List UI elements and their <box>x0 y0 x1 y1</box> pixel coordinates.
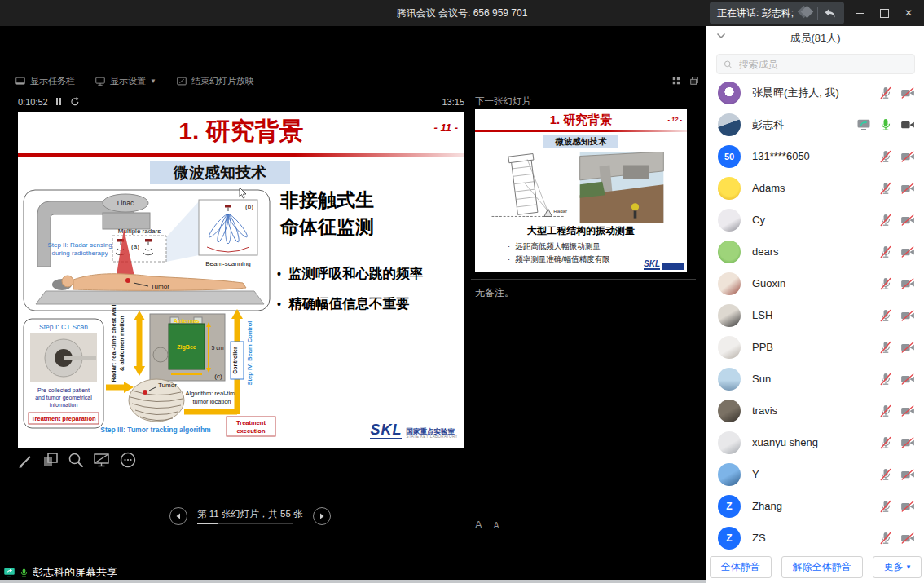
microphone-muted-icon[interactable] <box>878 276 893 291</box>
microphone-muted-icon[interactable] <box>878 404 893 418</box>
display-settings-button[interactable]: 显示设置 ▼ <box>95 75 156 87</box>
screen-share-banner: 彭志科的屏幕共享 <box>3 565 117 580</box>
camera-off-icon[interactable] <box>900 499 915 514</box>
member-name: ZS <box>752 532 878 544</box>
camera-off-icon[interactable] <box>900 213 915 227</box>
restart-timer-button[interactable] <box>69 96 80 107</box>
avatar <box>718 209 741 232</box>
headline-line1: 非接触式生 <box>280 187 374 214</box>
microphone-muted-icon[interactable] <box>878 467 893 482</box>
camera-off-icon[interactable] <box>900 276 915 291</box>
close-button[interactable]: ✕ <box>896 0 921 26</box>
avatar-text: Z <box>726 532 732 544</box>
microphone-muted-icon[interactable] <box>878 308 893 323</box>
previous-slide-button[interactable] <box>169 507 187 525</box>
microphone-muted-icon[interactable] <box>878 499 893 514</box>
member-row[interactable]: 50 131****6050 <box>706 140 924 172</box>
member-row[interactable]: dears <box>706 236 924 267</box>
camera-off-icon[interactable] <box>900 372 915 386</box>
restore-layout-icon[interactable] <box>689 76 699 86</box>
skl-name-en: STATE KEY LABORATORY <box>406 435 458 439</box>
more-button[interactable]: 更多 ▾ <box>873 556 922 578</box>
camera-off-icon[interactable] <box>900 181 915 196</box>
annotation-toolbar <box>16 451 137 469</box>
camera-on-icon[interactable] <box>900 117 915 132</box>
camera-off-icon[interactable] <box>900 245 915 259</box>
avatar <box>718 82 741 104</box>
camera-off-icon[interactable] <box>900 435 915 450</box>
member-row[interactable]: Z Zhang <box>706 490 924 522</box>
microphone-muted-icon[interactable] <box>878 149 893 164</box>
next-slide-button[interactable] <box>313 507 331 525</box>
end-slideshow-button[interactable]: 结束幻灯片放映 <box>176 75 254 87</box>
pre-label-3: information <box>50 402 78 408</box>
step1-label: Step I: CT Scan <box>39 323 88 331</box>
avatar <box>718 431 741 454</box>
member-row[interactable]: travis <box>706 395 924 426</box>
minimize-button[interactable] <box>847 0 872 26</box>
more-options-button[interactable] <box>119 451 137 469</box>
search-input[interactable] <box>737 58 909 71</box>
camera-off-icon[interactable] <box>900 467 915 482</box>
pen-tool-button[interactable] <box>16 451 34 469</box>
microphone-muted-icon[interactable] <box>878 181 893 196</box>
divider <box>817 7 818 20</box>
zoom-slide-button[interactable] <box>67 451 85 469</box>
microphone-muted-icon[interactable] <box>878 531 893 545</box>
notes-divider <box>471 279 696 280</box>
camera-off-icon[interactable] <box>900 308 915 323</box>
member-row[interactable]: Guoxin <box>706 267 924 299</box>
camera-off-icon[interactable] <box>900 86 915 100</box>
avatar: Z <box>718 527 741 550</box>
black-screen-button[interactable] <box>92 451 112 469</box>
member-row[interactable]: 彭志科 <box>706 108 924 140</box>
member-row[interactable]: Sun <box>706 363 924 395</box>
microphone-active-icon[interactable] <box>878 117 893 132</box>
member-list[interactable]: 张晨晖(主持人, 我) 彭志科 50 131****6050 <box>706 77 924 550</box>
camera-off-icon[interactable] <box>900 149 915 164</box>
title-underline <box>475 130 687 132</box>
members-header: 成员(81人) <box>706 26 924 49</box>
camera-off-icon[interactable] <box>900 404 915 418</box>
member-row[interactable]: Adams <box>706 172 924 204</box>
see-all-slides-button[interactable] <box>42 451 59 469</box>
font-decrease-button[interactable]: A <box>494 521 499 530</box>
member-row[interactable]: Z ZS <box>706 522 924 550</box>
camera-off-icon[interactable] <box>900 340 915 355</box>
share-banner-text: 彭志科的屏幕共享 <box>33 565 117 580</box>
unmute-all-button[interactable]: 解除全体静音 <box>781 556 863 578</box>
mute-all-button[interactable]: 全体静音 <box>710 556 772 578</box>
microphone-muted-icon[interactable] <box>878 245 893 259</box>
member-name: Guoxin <box>752 277 878 289</box>
display-settings-label: 显示设置 <box>110 75 146 87</box>
pause-timer-button[interactable] <box>56 98 61 105</box>
microphone-muted-icon[interactable] <box>878 435 893 450</box>
member-row[interactable]: 张晨晖(主持人, 我) <box>706 77 924 108</box>
microphone-muted-icon[interactable] <box>878 340 893 355</box>
beam-scanning-label: Beam-scanning <box>205 260 251 267</box>
current-slide: 1. 研究背景 - 11 - 微波感知技术 非接触式生 命体征监测 • 监测呼吸… <box>18 112 464 448</box>
font-increase-button[interactable]: A <box>475 519 482 531</box>
end-slideshow-label: 结束幻灯片放映 <box>191 75 254 87</box>
show-taskbar-button[interactable]: 显示任务栏 <box>15 75 75 87</box>
return-arrow-icon[interactable] <box>824 7 837 19</box>
member-row[interactable]: PPB <box>706 331 924 363</box>
screen-sharing-icon[interactable] <box>856 117 871 132</box>
member-row[interactable]: LSH <box>706 299 924 331</box>
next-slide-bullet-1: · 远距高低频大幅振动测量 <box>508 241 601 252</box>
skl-logo: SKL <box>644 260 684 270</box>
camera-off-icon[interactable] <box>900 531 915 545</box>
maximize-button[interactable] <box>872 0 896 26</box>
grid-icon[interactable] <box>671 76 681 86</box>
microphone-muted-icon[interactable] <box>878 213 893 227</box>
member-row[interactable]: Cy <box>706 204 924 236</box>
member-row[interactable]: Y <box>706 458 924 490</box>
member-row[interactable]: xuanyu sheng <box>706 426 924 458</box>
microphone-muted-icon[interactable] <box>878 86 893 100</box>
microphone-muted-icon[interactable] <box>878 372 893 386</box>
tumor-dot <box>125 278 130 283</box>
execution-label-2: execution <box>236 427 265 435</box>
slide-title: 1. 研究背景 <box>18 115 464 148</box>
avatar <box>718 272 741 295</box>
search-box[interactable] <box>716 54 915 74</box>
